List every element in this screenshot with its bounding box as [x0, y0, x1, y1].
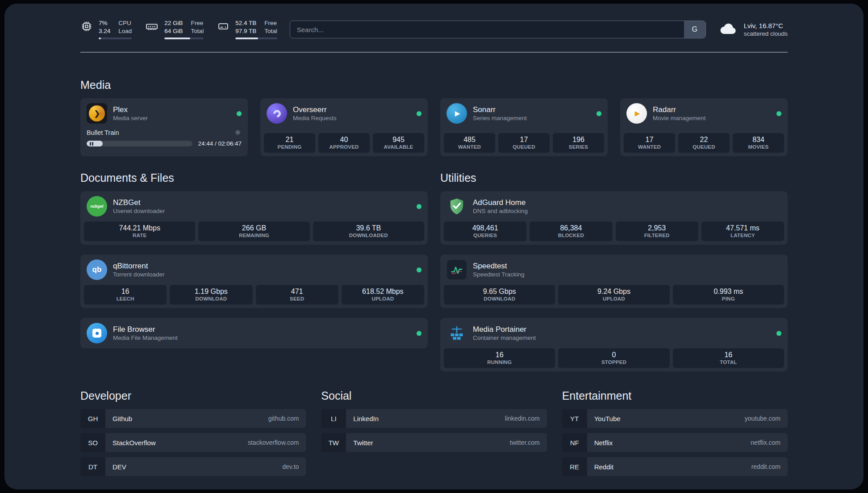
cpu-load-label: Load — [118, 28, 132, 35]
bookmark-url: twitter.com — [510, 433, 547, 452]
weather-location: Lviv, 16.87°C — [744, 22, 788, 29]
status-dot — [417, 331, 421, 336]
service-desc: DNS and adblocking — [473, 208, 528, 214]
disk-icon — [217, 20, 230, 34]
service-name: File Browser — [113, 325, 178, 334]
service-stats: 744.21 Mbps RATE 266 GB REMAINING 39.6 T… — [80, 221, 428, 245]
gear-icon[interactable] — [234, 129, 242, 136]
bookmark-name: StackOverflow — [105, 433, 156, 452]
weather-widget[interactable]: Lviv, 16.87°C scattered clouds — [718, 19, 788, 40]
service-name: Overseerr — [293, 105, 337, 114]
cpu-widget: 7% CPU 3.24 Load — [80, 20, 132, 39]
stat-block: 16 LEECH — [84, 285, 167, 305]
stat-block: 47.571 ms LATENCY — [701, 221, 784, 241]
bookmark-abbr: SO — [80, 433, 105, 452]
stat-block: 39.6 TB DOWNLOADED — [313, 221, 424, 241]
top-bar: 7% CPU 3.24 Load — [80, 19, 788, 40]
stat-block: 9.65 Gbps DOWNLOAD — [444, 285, 555, 305]
weather-condition: scattered clouds — [744, 30, 788, 37]
radarr-icon: ▶ — [626, 103, 647, 124]
bookmark-group-title: Social — [321, 389, 547, 402]
stat-block: 17 WANTED — [624, 133, 675, 153]
service-desc: Usenet downloader — [113, 208, 165, 214]
service-stats: 16 RUNNING 0 STOPPED 16 TOTAL — [440, 348, 788, 372]
stat-block: 16 RUNNING — [444, 348, 555, 368]
stat-block: 40 APPROVED — [318, 133, 370, 153]
portainer-crane-icon — [447, 323, 467, 343]
stat-block: 17 QUEUED — [498, 133, 550, 153]
stat-block: 1.19 Gbps DOWNLOAD — [170, 285, 252, 305]
disk-usage-bar — [235, 38, 277, 39]
playback-progress-bar[interactable] — [87, 141, 192, 146]
service-name: AdGuard Home — [473, 198, 528, 207]
service-card-plex[interactable]: ❯ Plex Media server Bullet Train — [80, 98, 248, 156]
bookmark-group-entertainment: Entertainment YT YouTube youtube.com NF … — [562, 389, 788, 481]
bookmark-group-title: Developer — [80, 389, 306, 402]
service-name: Plex — [113, 105, 148, 114]
service-card-portainer[interactable]: Media Portainer Container management 16 … — [440, 318, 788, 372]
service-stats: 9.65 Gbps DOWNLOAD 9.24 Gbps UPLOAD 0.99… — [440, 285, 788, 308]
service-desc: Torrent downloader — [113, 271, 165, 278]
stat-block: 16 TOTAL — [673, 348, 784, 368]
bookmark-youtube[interactable]: YT YouTube youtube.com — [562, 409, 788, 428]
stat-block: 945 AVAILABLE — [373, 133, 424, 153]
search-provider-button[interactable]: G — [684, 21, 705, 38]
topbar-divider — [80, 52, 788, 53]
disk-free-value: 52.4 TB — [235, 20, 256, 27]
bookmark-url: netflix.com — [751, 433, 788, 452]
service-stats: 17 WANTED 22 QUEUED 834 MOVIES — [620, 133, 788, 156]
memory-free-label: Free — [191, 20, 204, 27]
bookmark-name: YouTube — [587, 409, 621, 428]
stat-block: 485 WANTED — [444, 133, 495, 153]
dashboard: 7% CPU 3.24 Load — [4, 4, 864, 489]
stat-block: 2,953 FILTERED — [616, 221, 698, 241]
service-desc: Media Requests — [293, 115, 337, 121]
memory-total-label: Total — [191, 28, 204, 35]
bookmark-url: stackoverflow.com — [248, 433, 306, 452]
service-card-nzbget[interactable]: nzbget NZBGet Usenet downloader 744.21 M… — [80, 191, 428, 245]
stat-block: 0.993 ms PING — [673, 285, 784, 305]
service-card-speedtest[interactable]: Speedtest Speedtest Tracking 9.65 Gbps D… — [440, 255, 788, 308]
disk-widget: 52.4 TB Free 97.9 TB Total — [217, 20, 277, 39]
service-stats: 21 PENDING 40 APPROVED 945 AVAILABLE — [260, 133, 428, 156]
service-card-radarr[interactable]: ▶ Radarr Movie management 17 WANTED — [620, 98, 788, 156]
bookmark-abbr: DT — [80, 457, 105, 476]
resource-widgets: 7% CPU 3.24 Load — [80, 20, 277, 39]
bookmark-twitter[interactable]: TW Twitter twitter.com — [321, 433, 547, 452]
service-card-adguard[interactable]: AdGuard Home DNS and adblocking 498,461 … — [440, 191, 788, 245]
bookmark-group-developer: Developer GH Github github.com SO StackO… — [80, 389, 306, 481]
service-card-sonarr[interactable]: ▶ Sonarr Series management 485 WANTED — [440, 98, 608, 156]
section-utilities: Utilities — [440, 171, 788, 372]
bookmark-dev[interactable]: DT DEV dev.to — [80, 457, 306, 476]
bookmark-github[interactable]: GH Github github.com — [80, 409, 306, 428]
stat-block: 498,461 QUERIES — [444, 221, 526, 241]
bookmark-name: Netflix — [587, 433, 613, 452]
service-desc: Container management — [473, 334, 536, 341]
stat-block: 744.21 Mbps RATE — [84, 221, 195, 241]
stat-block: 196 SERIES — [553, 133, 604, 153]
stat-block: 0 STOPPED — [558, 348, 669, 368]
bookmark-reddit[interactable]: RE Reddit reddit.com — [562, 457, 788, 476]
search-input[interactable] — [290, 21, 684, 38]
bookmark-netflix[interactable]: NF Netflix netflix.com — [562, 433, 788, 452]
service-desc: Media File Management — [113, 334, 178, 341]
bookmark-stackoverflow[interactable]: SO StackOverflow stackoverflow.com — [80, 433, 306, 452]
pause-icon[interactable] — [90, 142, 93, 146]
memory-icon — [145, 20, 159, 35]
bookmark-name: Github — [105, 409, 132, 428]
memory-total-value: 64 GiB — [164, 28, 183, 35]
disk-total-value: 97.9 TB — [235, 28, 256, 35]
nzbget-icon: nzbget — [87, 196, 107, 217]
service-card-overseerr[interactable]: Overseerr Media Requests 21 PENDING 40 A… — [260, 98, 428, 156]
memory-free-value: 22 GiB — [164, 20, 183, 27]
service-card-filebrowser[interactable]: File Browser Media File Management — [80, 318, 428, 348]
stat-block: 618.52 Mbps UPLOAD — [342, 285, 424, 305]
section-title-media: Media — [80, 79, 788, 92]
filebrowser-icon — [87, 323, 107, 343]
status-dot — [776, 331, 781, 336]
service-card-qbittorrent[interactable]: qb qBittorrent Torrent downloader 16 LEE… — [80, 255, 428, 308]
disk-total-label: Total — [264, 28, 277, 35]
memory-usage-bar — [164, 38, 204, 39]
bookmark-linkedin[interactable]: LI LinkedIn linkedin.com — [321, 409, 547, 428]
qbittorrent-icon: qb — [87, 259, 107, 280]
